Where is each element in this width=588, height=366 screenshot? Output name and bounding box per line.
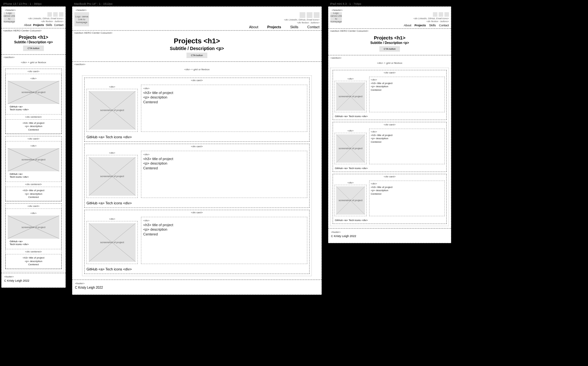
- header: <header> Logo: canva Link to homepage <d…: [1, 6, 66, 28]
- logo[interactable]: Logo: canva Link to homepage: [4, 12, 15, 22]
- frame-label-mac: MacBook Pro 14" - 1 - 1512px: [72, 1, 322, 6]
- project-card: <div card> <div> screenshot of project: [84, 144, 310, 208]
- github-icon[interactable]: [439, 12, 443, 17]
- nav-about[interactable]: About: [249, 25, 258, 29]
- project-card: <div card> <div> screenshot of project: [333, 70, 447, 120]
- nav-projects[interactable]: Projects: [33, 23, 44, 27]
- project-title: <h3> title of project: [371, 82, 443, 85]
- project-card: <div card> <div> screenshot of project: [84, 210, 310, 274]
- github-link[interactable]: GitHub <a>: [10, 105, 57, 108]
- page-title: Projects <h1>: [3, 35, 64, 40]
- nav-skills[interactable]: Skills: [46, 23, 52, 27]
- copyright: C Kristy Leigh 2022: [4, 279, 63, 282]
- project-card: <div card> <div> screenshot of project: [333, 122, 447, 172]
- project-desc: <p> description: [8, 125, 59, 128]
- section-tag: <section>: [2, 55, 65, 60]
- cta-button[interactable]: CTA button: [379, 46, 400, 52]
- nav-projects[interactable]: Projects: [414, 24, 426, 27]
- nav-contact[interactable]: Contact: [439, 24, 449, 27]
- project-card: <div card> <div> screenshot of project G…: [5, 203, 62, 269]
- nav-contact[interactable]: Contact: [307, 25, 319, 29]
- linkedin-icon[interactable]: [47, 12, 52, 17]
- page-title: Projects <h1>: [330, 35, 450, 40]
- social-hint: <div LinkedIn, GitHub, Email icons>: [24, 17, 63, 20]
- project-desc: <p> description: [143, 95, 305, 99]
- screenshot-placeholder: screenshot of project: [8, 216, 59, 239]
- nav-about[interactable]: About: [24, 23, 31, 27]
- nav-projects[interactable]: Projects: [267, 25, 281, 29]
- cta-button[interactable]: CTA button: [23, 46, 44, 51]
- nav: About Projects Skills Contact: [404, 24, 449, 27]
- page-subtitle: Subtitle / Description <p>: [3, 40, 64, 44]
- footer: <footer> C Kristy Leigh 2022: [72, 280, 322, 295]
- screenshot-placeholder: screenshot of project: [8, 81, 59, 104]
- copyright: C Kristy Leigh 2022: [331, 234, 448, 238]
- projects-section: <section> <div> + grid or flexbox <div c…: [72, 62, 322, 280]
- project-card: <div card> <div> screenshot of project: [333, 174, 447, 224]
- logo[interactable]: Logo: canva Link to homepage: [330, 12, 342, 22]
- frame-ipad: iPad mini 8.3 - 1 - 744px <header> Logo:…: [328, 1, 451, 243]
- hero-tag: <section HERO Center Coloured>: [2, 29, 43, 33]
- project-desc: <p> description: [371, 85, 443, 88]
- social-icons: [24, 12, 63, 17]
- logo[interactable]: Logo: canva Link to homepage: [74, 12, 89, 26]
- screenshot-placeholder: screenshot of project: [89, 91, 136, 130]
- grid-container: <div card> <div> screenshot of project G…: [3, 66, 64, 271]
- frame-label-ipad: iPad mini 8.3 - 1 - 744px: [328, 1, 451, 6]
- screenshot-placeholder: screenshot of project: [336, 82, 365, 111]
- hero-section: <section HERO Center Coloured> Projects …: [1, 28, 66, 55]
- project-card: <div card> <div> screenshot of project G…: [5, 69, 62, 134]
- nav-about[interactable]: About: [404, 24, 411, 27]
- header: <header> Logo: canva Link to homepage <d…: [72, 6, 322, 30]
- screenshot-placeholder: screenshot of project: [8, 148, 59, 171]
- nav-hint: <div flexbox - buttons>: [24, 20, 63, 22]
- github-tech-row[interactable]: GitHub <a> Tech icons <div>: [85, 134, 309, 141]
- page-title: Projects <h1>: [74, 37, 320, 45]
- projects-section: <section> <div> + grid or flexbox <div c…: [328, 55, 451, 228]
- frame-label-phone: iPhone 13 / 13 Pro - 1 - 390px: [1, 1, 66, 6]
- project-title: <h3> title of project: [143, 90, 305, 95]
- page-subtitle: Subtitle / Description <p>: [74, 46, 320, 51]
- email-icon[interactable]: [444, 12, 449, 17]
- nav-skills[interactable]: Skills: [290, 25, 298, 29]
- header: <header> Logo: canva Link to homepage <d…: [328, 6, 451, 29]
- project-title: <h3> title of project: [8, 122, 59, 125]
- footer: <footer> C Kristy Leigh 2022: [328, 228, 451, 243]
- cta-button[interactable]: CTA button: [186, 53, 207, 58]
- linkedin-icon[interactable]: [433, 12, 437, 17]
- grid-container: <div card> <div> screenshot of project: [82, 75, 312, 276]
- github-icon[interactable]: [307, 12, 312, 18]
- grid-container: <div card> <div> screenshot of project: [330, 68, 449, 226]
- footer: <footer> C Kristy Leigh 2022: [1, 273, 66, 288]
- project-card: <div card> <div> screenshot of project: [84, 78, 310, 142]
- github-tech-row[interactable]: GitHub <a> Tech icons <div>: [333, 114, 446, 120]
- frame-mac: MacBook Pro 14" - 1 - 1512px <header> Lo…: [72, 1, 322, 295]
- page-subtitle: Subtitle / Description <p>: [330, 41, 450, 45]
- hero-section: <section HERO Center Coloured> Projects …: [328, 29, 451, 55]
- email-icon[interactable]: [59, 12, 63, 17]
- grid-label: <div> + grid or flexbox: [2, 60, 65, 65]
- project-card: <div card> <div> screenshot of project G…: [5, 136, 62, 201]
- hero-section: <section HERO Center Coloured> Projects …: [72, 30, 322, 62]
- nav: About Projects Skills Contact: [24, 23, 63, 27]
- nav-skills[interactable]: Skills: [429, 24, 436, 27]
- frame-phone: iPhone 13 / 13 Pro - 1 - 390px <header> …: [1, 1, 66, 288]
- linkedin-icon[interactable]: [300, 12, 305, 18]
- nav-contact[interactable]: Contact: [54, 23, 63, 27]
- github-icon[interactable]: [53, 12, 58, 17]
- projects-section: <section> <div> + grid or flexbox <div c…: [1, 55, 66, 273]
- copyright: C Kristy Leigh 2022: [75, 286, 319, 289]
- tech-icons: Tech icons <div>: [10, 108, 57, 111]
- email-icon[interactable]: [314, 12, 319, 18]
- nav: About Projects Skills Contact: [249, 25, 319, 29]
